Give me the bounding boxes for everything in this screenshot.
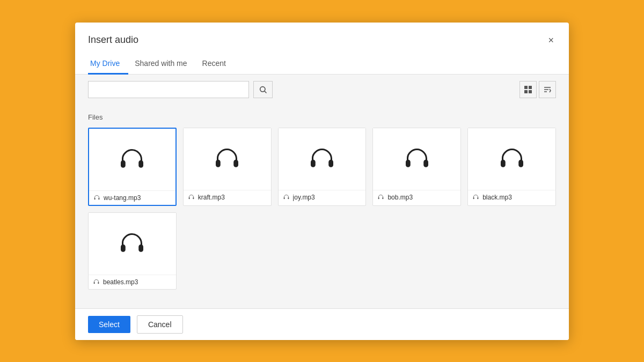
file-card-kraft[interactable]: kraft.mp3 [183, 128, 272, 206]
tab-recent[interactable]: Recent [200, 54, 235, 75]
svg-rect-5 [529, 90, 532, 93]
file-thumbnail [373, 128, 460, 190]
files-grid-row1: wu-tang.mp3 [88, 128, 556, 206]
toolbar [75, 75, 569, 105]
insert-audio-dialog: Insert audio × My Drive Shared with me R… [75, 23, 569, 340]
svg-rect-31 [94, 282, 95, 284]
sort-icon [543, 85, 552, 94]
tabs-container: My Drive Shared with me Recent [75, 54, 569, 75]
view-buttons [519, 81, 556, 98]
svg-rect-12 [98, 198, 99, 200]
svg-line-1 [265, 91, 266, 93]
file-thumbnail [89, 213, 176, 275]
file-info: bob.mp3 [373, 190, 460, 204]
files-grid-row2: beatles.mp3 [88, 212, 556, 290]
svg-rect-24 [383, 197, 384, 199]
tab-my-drive[interactable]: My Drive [88, 54, 128, 75]
headphone-icon [402, 144, 432, 174]
file-card-wu-tang[interactable]: wu-tang.mp3 [88, 128, 177, 206]
svg-rect-26 [518, 160, 523, 167]
file-info: joy.mp3 [279, 190, 366, 204]
close-button[interactable]: × [546, 33, 556, 47]
file-headphone-icon [377, 194, 384, 201]
svg-rect-13 [216, 160, 221, 167]
svg-rect-20 [288, 197, 289, 199]
file-info: beatles.mp3 [89, 275, 176, 289]
headphone-icon [117, 144, 147, 174]
file-name: beatles.mp3 [103, 278, 138, 286]
dialog-footer: Select Cancel [75, 308, 569, 340]
svg-rect-16 [193, 197, 194, 199]
svg-rect-29 [121, 245, 126, 252]
svg-rect-18 [328, 160, 333, 167]
headphone-icon [497, 144, 527, 174]
grid-view-button[interactable] [519, 81, 537, 98]
grid-icon [524, 85, 532, 94]
file-info: wu-tang.mp3 [89, 190, 175, 205]
svg-rect-14 [233, 160, 238, 167]
file-name: wu-tang.mp3 [104, 194, 141, 202]
svg-rect-4 [524, 90, 528, 93]
dialog-title: Insert audio [88, 34, 138, 46]
svg-rect-17 [311, 160, 316, 167]
tab-shared-with-me[interactable]: Shared with me [133, 54, 195, 75]
file-headphone-icon [472, 194, 479, 201]
file-info: black.mp3 [468, 190, 555, 204]
svg-rect-32 [98, 282, 99, 284]
svg-rect-2 [524, 86, 528, 89]
svg-rect-22 [423, 160, 428, 167]
file-thumbnail [184, 128, 271, 190]
search-icon [259, 85, 267, 94]
content-area: Files wu-tan [75, 105, 569, 308]
file-headphone-icon [283, 194, 290, 201]
svg-rect-28 [478, 197, 479, 199]
search-input[interactable] [88, 81, 249, 98]
sort-button[interactable] [539, 81, 556, 98]
svg-rect-21 [406, 160, 411, 167]
file-name: black.mp3 [482, 194, 512, 201]
file-name: joy.mp3 [293, 194, 315, 201]
search-button[interactable] [253, 81, 273, 98]
svg-rect-9 [121, 160, 126, 168]
svg-rect-25 [501, 160, 506, 167]
svg-rect-27 [473, 197, 474, 199]
svg-rect-19 [283, 197, 284, 199]
file-headphone-icon [188, 194, 195, 201]
svg-rect-15 [188, 197, 189, 199]
headphone-icon [307, 144, 337, 174]
file-info: kraft.mp3 [184, 190, 271, 204]
file-card-beatles[interactable]: beatles.mp3 [88, 212, 177, 290]
file-name: kraft.mp3 [198, 194, 225, 201]
file-thumbnail [89, 129, 175, 190]
file-name: bob.mp3 [387, 194, 413, 201]
svg-rect-23 [378, 197, 379, 199]
file-headphone-icon [93, 194, 100, 201]
headphone-icon [212, 144, 242, 174]
file-card-joy[interactable]: joy.mp3 [278, 128, 367, 206]
svg-rect-11 [94, 198, 96, 200]
file-thumbnail [468, 128, 555, 190]
files-label: Files [88, 113, 556, 121]
file-thumbnail [279, 128, 366, 190]
select-button[interactable]: Select [88, 316, 130, 333]
svg-rect-30 [139, 245, 144, 252]
headphone-icon [117, 228, 147, 258]
file-headphone-icon [93, 278, 100, 285]
svg-rect-10 [139, 160, 144, 168]
file-card-bob[interactable]: bob.mp3 [372, 128, 461, 206]
cancel-button[interactable]: Cancel [137, 315, 183, 334]
svg-rect-3 [529, 86, 532, 89]
file-card-black[interactable]: black.mp3 [467, 128, 556, 206]
dialog-header: Insert audio × [75, 23, 569, 47]
